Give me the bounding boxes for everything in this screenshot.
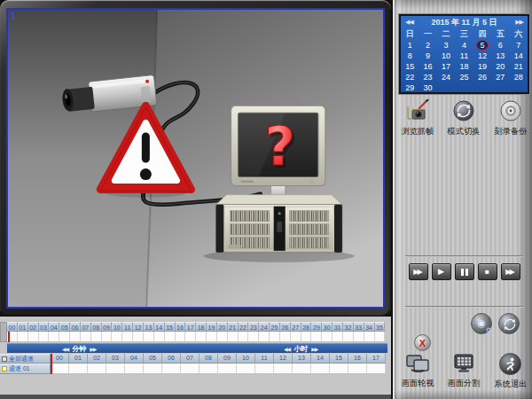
calendar-day[interactable]: 24 (437, 72, 455, 82)
calendar-day[interactable]: 7 (510, 40, 528, 51)
hour-track-cell[interactable] (218, 364, 237, 374)
play-button[interactable]: ▶ (432, 263, 451, 280)
minute-track-cell[interactable] (196, 332, 207, 342)
calendar-day[interactable]: 8 (401, 51, 419, 61)
hour-track-cell[interactable] (274, 364, 293, 374)
all-channels-cell[interactable]: 全部通道 (0, 354, 51, 364)
minute-track-cell[interactable] (70, 332, 81, 342)
minute-track-cell[interactable] (280, 332, 291, 342)
minute-track-cell[interactable] (81, 332, 91, 342)
hour-track-cell[interactable] (348, 364, 367, 374)
calendar-prev-icon[interactable]: ◀◀ (405, 19, 413, 26)
calendar-day[interactable] (510, 82, 528, 93)
hour-track-cell[interactable] (181, 364, 200, 374)
screen-split-button[interactable]: 画面分割 (442, 353, 486, 390)
hour-track-cell[interactable] (162, 364, 181, 374)
hour-track-cell[interactable] (125, 364, 144, 374)
minute-track-cell[interactable] (122, 332, 133, 342)
minute-track-cell[interactable] (28, 332, 39, 342)
all-channels-checkbox[interactable] (2, 356, 7, 362)
calendar-day[interactable]: 11 (455, 51, 473, 61)
calendar-day[interactable]: 3 (437, 40, 455, 51)
refresh-button[interactable] (498, 313, 520, 334)
scroll-right-icon[interactable]: ▶▶ (311, 346, 317, 352)
system-exit-button[interactable]: 系统退出 (489, 353, 532, 390)
media-settings-button[interactable]: ◉ ⚙ (471, 313, 492, 334)
minute-track-cell[interactable] (207, 332, 217, 342)
minute-track-cell[interactable] (332, 332, 343, 342)
video-display[interactable]: 1 (6, 8, 385, 309)
calendar-day[interactable]: 30 (419, 82, 436, 93)
speed-backward-button[interactable]: ▶▶ (409, 263, 428, 280)
minute-track-cell[interactable] (39, 332, 50, 342)
minute-track-cell[interactable] (165, 332, 176, 342)
minute-track-cell[interactable] (217, 332, 228, 342)
minute-track-cell[interactable] (259, 332, 270, 342)
minute-playhead-cursor[interactable] (8, 332, 10, 342)
calendar-day[interactable]: 25 (455, 72, 473, 82)
calendar-day[interactable]: 1 (401, 40, 419, 51)
minute-track-cell[interactable] (112, 332, 122, 342)
minute-track-cell[interactable] (343, 332, 354, 342)
calendar-day[interactable] (437, 82, 455, 93)
stop-button[interactable]: ■ (478, 263, 497, 280)
calendar-day[interactable]: 18 (455, 61, 473, 72)
calendar-day[interactable]: 19 (473, 61, 491, 72)
calendar-day[interactable]: 4 (455, 40, 473, 51)
calendar-day[interactable] (455, 82, 473, 93)
calendar-day[interactable]: 14 (510, 51, 528, 61)
hour-track-cell[interactable] (330, 364, 348, 374)
channel-01-checkbox[interactable] (2, 366, 7, 372)
hour-track-cell[interactable] (69, 364, 88, 374)
calendar-day[interactable] (491, 82, 509, 93)
hour-playhead-cursor[interactable] (51, 354, 52, 374)
calendar-day[interactable] (473, 82, 491, 93)
calendar-day[interactable]: 6 (491, 40, 509, 51)
minute-track-cell[interactable] (154, 332, 165, 342)
hour-track-cell[interactable] (144, 364, 162, 374)
mode-switch-button[interactable]: 模式切换 (442, 99, 486, 137)
calendar-day[interactable]: 23 (419, 72, 436, 82)
minute-track-cell[interactable] (102, 332, 113, 342)
minute-track-cell[interactable] (270, 332, 280, 342)
minute-track-cell[interactable] (144, 332, 154, 342)
burn-backup-button[interactable]: 刻录备份 (489, 99, 532, 137)
calendar-day[interactable]: 26 (473, 72, 491, 82)
calendar-day[interactable]: 2 (419, 40, 436, 51)
calendar-day[interactable]: 13 (491, 51, 509, 61)
calendar-day[interactable]: 17 (437, 61, 455, 72)
pause-button[interactable] (455, 263, 474, 280)
calendar-day[interactable]: 16 (419, 61, 436, 72)
minute-track-cell[interactable] (228, 332, 239, 342)
minute-track-cell[interactable] (176, 332, 186, 342)
hour-track-cell[interactable] (200, 364, 218, 374)
browse-frames-button[interactable]: 浏览抓帧 (395, 99, 440, 137)
calendar-day[interactable]: 22 (401, 72, 419, 82)
hour-track-cell[interactable] (367, 364, 386, 374)
minute-track-cell[interactable] (311, 332, 322, 342)
minute-track-cell[interactable] (133, 332, 144, 342)
scroll-left-icon[interactable]: ◀◀ (62, 346, 68, 352)
calendar-next-icon[interactable]: ▶▶ (515, 19, 523, 26)
hour-track-cell[interactable] (237, 364, 255, 374)
minute-track-cell[interactable] (354, 332, 364, 342)
hour-scroll-control[interactable]: ◀◀ 小时 ▶▶ (284, 344, 317, 354)
hour-track-cell[interactable] (106, 364, 125, 374)
minute-track-cell[interactable] (248, 332, 259, 342)
speed-forward-button[interactable]: ▶▶ (501, 263, 520, 280)
calendar-day[interactable]: 10 (437, 51, 455, 61)
minute-track-cell[interactable] (49, 332, 59, 342)
channel-01-cell[interactable]: 通道 01 (0, 364, 51, 374)
calendar-day[interactable]: 29 (401, 82, 419, 93)
minute-track-cell[interactable] (59, 332, 70, 342)
calendar-day[interactable]: 9 (419, 51, 436, 61)
scroll-right-icon[interactable]: ▶▶ (90, 346, 96, 352)
calendar-day[interactable]: 28 (510, 72, 528, 82)
scroll-left-icon[interactable]: ◀◀ (284, 346, 290, 352)
minute-track-cell[interactable] (375, 332, 386, 342)
close-alarm-button[interactable]: X (414, 334, 431, 351)
calendar-day[interactable]: 21 (510, 61, 528, 72)
minute-track-cell[interactable] (18, 332, 28, 342)
calendar-day[interactable]: 5 (473, 40, 491, 51)
hour-track-cell[interactable] (311, 364, 330, 374)
